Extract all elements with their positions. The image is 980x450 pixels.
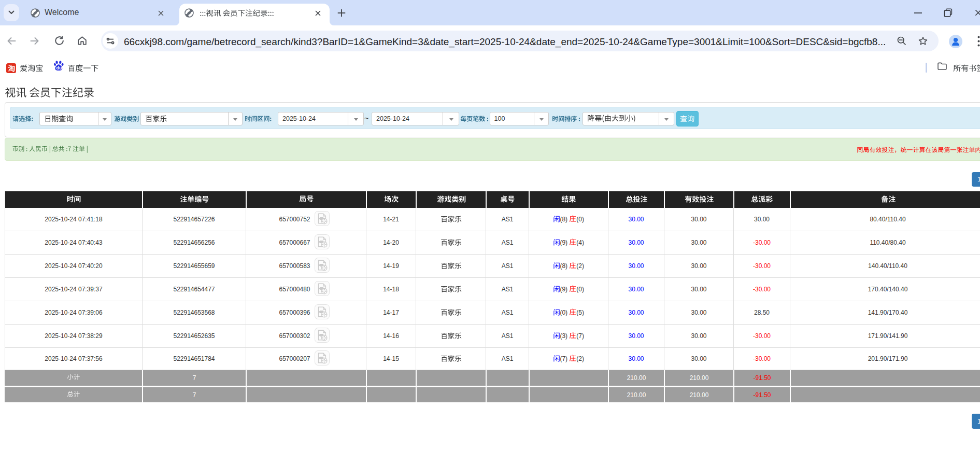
svg-text:du: du <box>56 65 62 71</box>
